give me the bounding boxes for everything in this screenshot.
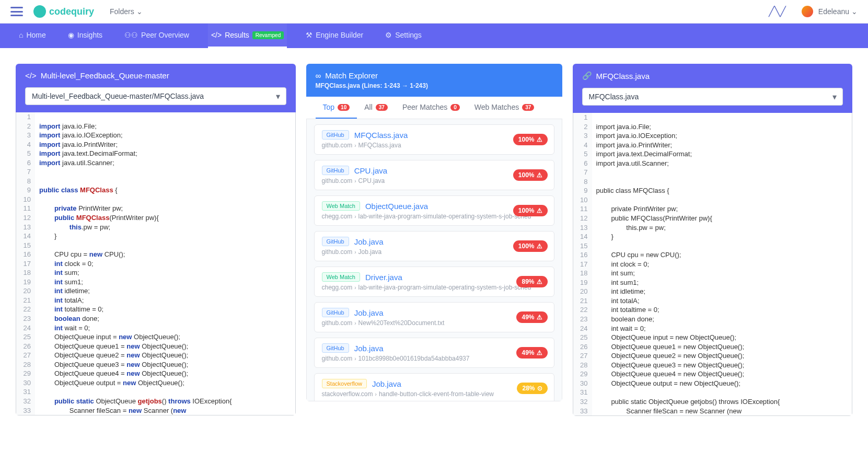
line-number: 4 [16,140,35,149]
count-badge: 0 [450,104,460,111]
avatar[interactable] [802,6,813,17]
menu-icon[interactable] [10,7,23,16]
code-text [592,168,852,177]
code-icon: </> [211,31,222,39]
percent-badge: 100% ⚠ [513,240,548,252]
code-line: 12 public MFQClass(PrintWriter pw){ [16,213,295,223]
match-item[interactable]: GitHubCPU.javagithub.com › CPU.java100% … [314,160,554,190]
tab-web-matches[interactable]: Web Matches37 [467,97,541,119]
nav-settings[interactable]: ⚙Settings [382,24,425,48]
code-text: int idletime; [592,287,852,296]
code-line: 23 boolean done; [16,314,295,323]
code-line: 15 [16,241,295,250]
match-item[interactable]: GitHubJob.javagithub.com › Job.java100% … [314,231,554,261]
code-line: 21 int totalA; [573,296,852,306]
code-text: this.pw = pw; [592,223,852,233]
code-text: this.pw = pw; [35,223,295,232]
nav-peer-overview[interactable]: ⚇⚇Peer Overview [121,24,192,48]
logo[interactable]: codequiry [33,5,94,18]
code-text: int clock = 0; [35,259,295,269]
compare-title: MFQClass.java [596,72,650,80]
nav-home[interactable]: ⌂Home [16,24,49,48]
match-item[interactable]: GitHubJob.javagithub.com › New%20Text%20… [314,302,554,332]
warning-icon: ⚠ [537,349,542,356]
match-tabs: Top10 All37 Peer Matches0 Web Matches37 [306,97,562,119]
code-text: int sum1; [35,278,295,287]
binoculars-icon: ∞ [316,71,321,80]
percent-badge: 49% ⚠ [516,311,547,323]
code-text: int wait = 0; [35,323,295,333]
code-text: import java.io.PrintWriter; [35,140,295,149]
code-text: int totalA; [592,296,852,306]
source-file-select[interactable]: Multi-level_Feedback_Queue-master/MFQCla… [25,87,286,105]
source-panel: </> Multi-level_Feedback_Queue-master Mu… [16,64,296,415]
code-text: public class MFQClass { [35,186,295,195]
nav-label: Results [225,31,249,39]
match-item[interactable]: GitHubJob.javagithub.com › 101bc8998b0e0… [314,338,554,368]
tab-all[interactable]: All37 [357,97,395,119]
line-number: 22 [573,305,592,315]
source-code[interactable]: 1 2import java.io.File;3import java.io.I… [16,112,296,415]
line-number: 28 [573,361,592,370]
code-line: 30 ObjectQueue output = new ObjectQueue(… [573,379,852,388]
code-line: 5import java.text.DecimalFormat; [573,149,852,159]
line-number: 20 [16,286,35,296]
line-number: 32 [573,397,592,407]
tab-top[interactable]: Top10 [316,97,357,119]
compare-file-select-wrap: MFQClass.java [573,88,853,113]
percent-badge: 100% ⚠ [513,169,548,181]
match-title: ObjectQueue.java [365,202,428,211]
code-text: } [35,232,295,241]
line-number: 7 [16,167,35,177]
line-number: 6 [16,158,35,168]
line-number: 28 [16,360,35,369]
code-line: 10 [573,195,852,205]
code-line: 3import java.io.IOException; [573,131,852,141]
code-text: import java.io.File; [592,122,852,132]
tab-label: Peer Matches [402,103,447,111]
source-badge: GitHub [322,166,349,175]
line-number: 12 [16,213,35,223]
match-item[interactable]: Web MatchObjectQueue.javachegg.com › lab… [314,195,554,226]
line-number: 32 [16,397,35,406]
match-explorer-header: ∞Match Explorer MFQClass.java (Lines: 1-… [306,64,562,97]
code-line: 14 } [16,232,295,241]
user-menu[interactable]: Edeleanu ⌄ [818,7,858,16]
code-line: 23 boolean done; [573,315,852,324]
line-number: 13 [16,223,35,232]
line-number: 33 [573,407,592,416]
line-number: 18 [573,269,592,278]
percent-badge: 89% ⚠ [516,276,547,287]
code-line: 13 this.pw = pw; [16,223,295,232]
code-text: CPU cpu = new CPU(); [592,250,852,260]
match-item[interactable]: Web MatchDriver.javachegg.com › lab-writ… [314,267,554,297]
nav-engine-builder[interactable]: ⚒Engine Builder [303,24,366,48]
compare-code[interactable]: 1 2import java.io.File;3import java.io.I… [573,113,853,416]
line-number: 31 [573,388,592,397]
code-text [35,112,295,122]
code-text: import java.text.DecimalFormat; [592,149,852,159]
code-text: ObjectQueue queue1 = new ObjectQueue(); [35,342,295,351]
match-path: github.com › 101bc8998b0e001619bda54abbb… [322,355,547,362]
match-list[interactable]: GitHubMFQClass.javagithub.com › MFQClass… [306,119,562,401]
nav-label: Settings [395,31,422,39]
match-title: Job.java [354,308,384,317]
line-number: 15 [16,241,35,250]
activity-icon[interactable]: ╱╲╱ [769,6,786,17]
code-text: private PrintWriter pw; [35,204,295,213]
match-item[interactable]: GitHubMFQClass.javagithub.com › MFQClass… [314,124,554,155]
code-text [35,177,295,186]
code-line: 6import java.util.Scanner; [16,158,295,168]
tab-peer-matches[interactable]: Peer Matches0 [395,97,467,119]
code-text: import java.util.Scanner; [592,159,852,168]
match-item[interactable]: StackoverflowJob.javastackoverflow.com ›… [314,373,554,401]
percent-badge: 28% ⊙ [517,383,547,394]
nav-insights[interactable]: ◉Insights [65,24,106,48]
line-number: 21 [573,296,592,306]
line-number: 27 [16,351,35,360]
nav-results[interactable]: </>ResultsRevamped [208,24,287,48]
code-line: 22 int totaltime = 0; [16,305,295,314]
match-path: chegg.com › lab-write-java-program-simul… [322,213,547,220]
folders-dropdown[interactable]: Folders ⌄ [110,7,143,16]
compare-file-select[interactable]: MFQClass.java [582,88,843,106]
